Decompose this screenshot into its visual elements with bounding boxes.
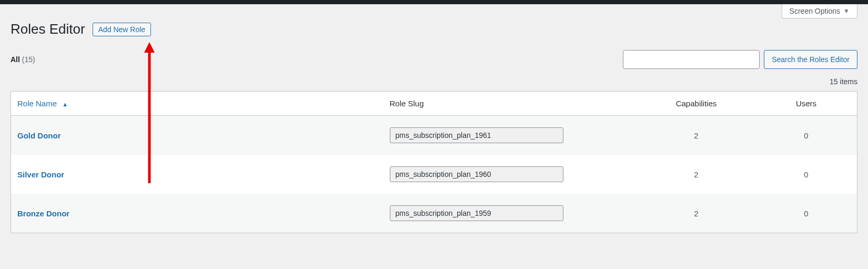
table-header-row: Role Name ▲ Role Slug Capabilities Users bbox=[11, 92, 857, 116]
column-header-role-slug: Role Slug bbox=[383, 92, 637, 116]
filter-links: All (15) bbox=[11, 55, 35, 64]
table-row: Gold Donor 2 0 bbox=[11, 116, 857, 155]
add-new-role-button[interactable]: Add New Role bbox=[93, 23, 152, 36]
screen-options-wrap: Screen Options ▼ bbox=[782, 4, 857, 18]
chevron-down-icon: ▼ bbox=[843, 7, 850, 15]
sort-asc-icon: ▲ bbox=[62, 101, 68, 107]
page-title: Roles Editor bbox=[11, 21, 85, 37]
table-row: Bronze Donor 2 0 bbox=[11, 194, 857, 233]
filter-row: All (15) Search the Roles Editor bbox=[11, 50, 857, 69]
screen-options-label: Screen Options bbox=[790, 7, 841, 15]
column-header-users: Users bbox=[755, 92, 857, 116]
role-slug-input[interactable] bbox=[390, 166, 563, 182]
roles-table: Role Name ▲ Role Slug Capabilities Users… bbox=[11, 91, 857, 233]
role-capabilities-cell: 2 bbox=[637, 155, 755, 194]
items-count: 15 items bbox=[830, 77, 857, 86]
table-row: Silver Donor 2 0 bbox=[11, 155, 857, 194]
filter-all-count: (15) bbox=[22, 55, 35, 64]
role-slug-input[interactable] bbox=[390, 127, 563, 143]
role-users-cell: 0 bbox=[755, 194, 857, 233]
role-name-link[interactable]: Silver Donor bbox=[17, 170, 64, 179]
role-users-cell: 0 bbox=[755, 155, 857, 194]
column-header-capabilities: Capabilities bbox=[637, 92, 755, 116]
page-wrap: Screen Options ▼ Roles Editor Add New Ro… bbox=[0, 4, 868, 233]
role-name-link[interactable]: Gold Donor bbox=[17, 131, 61, 140]
search-button[interactable]: Search the Roles Editor bbox=[764, 50, 857, 69]
column-header-role-name-label: Role Name bbox=[17, 99, 57, 108]
role-capabilities-cell: 2 bbox=[637, 116, 755, 155]
search-box: Search the Roles Editor bbox=[623, 50, 857, 69]
filter-all-link[interactable]: All bbox=[11, 55, 20, 64]
page-header: Roles Editor Add New Role bbox=[11, 9, 857, 37]
admin-top-bar bbox=[0, 0, 868, 4]
role-slug-input[interactable] bbox=[390, 205, 563, 221]
screen-options-button[interactable]: Screen Options ▼ bbox=[782, 4, 857, 18]
role-users-cell: 0 bbox=[755, 116, 857, 155]
tablenav-top: 15 items bbox=[11, 77, 857, 91]
search-input[interactable] bbox=[623, 50, 760, 69]
role-name-link[interactable]: Bronze Donor bbox=[17, 209, 69, 218]
column-header-role-name[interactable]: Role Name ▲ bbox=[11, 92, 383, 116]
role-capabilities-cell: 2 bbox=[637, 194, 755, 233]
